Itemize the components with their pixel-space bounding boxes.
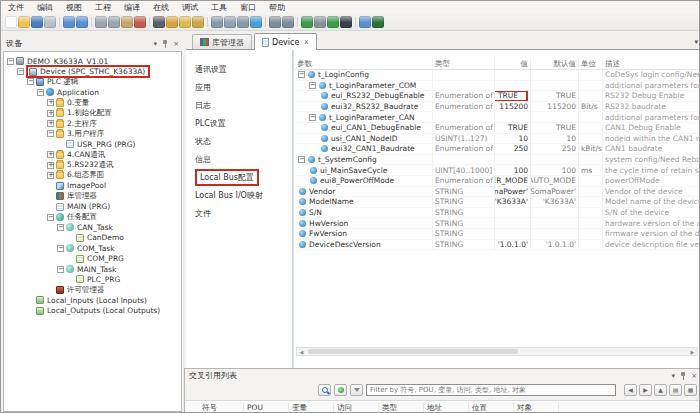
new-file-icon[interactable]	[5, 16, 17, 28]
cross-reference-column[interactable]: 位置	[469, 403, 514, 413]
chevron-down-icon[interactable]: ▾	[672, 372, 676, 380]
expand-icon[interactable]: +	[47, 151, 54, 158]
device-plug-icon[interactable]	[372, 16, 384, 28]
list-view-button[interactable]: ▤	[669, 384, 682, 396]
collapse-icon[interactable]: −	[57, 224, 64, 231]
expand-icon[interactable]: +	[47, 172, 54, 179]
undo-icon[interactable]	[63, 16, 75, 28]
logout-icon[interactable]	[314, 16, 326, 28]
cross-reference-column[interactable]: 类型	[379, 403, 424, 413]
tree-node[interactable]: −任务配置	[4, 212, 181, 222]
tree-node[interactable]: Local_Outputs (Local Outputs)	[4, 305, 181, 315]
table-row[interactable]: HwVersionSTRINGhardware version of the d…	[295, 218, 700, 229]
collapse-button[interactable]: ▲	[654, 384, 667, 396]
menu-item[interactable]: 文件	[8, 2, 24, 13]
tree-node[interactable]: Local_Inputs (Local Inputs)	[4, 295, 181, 305]
tree-node[interactable]: −Device (SPC_STHC_K3633A)	[4, 66, 181, 76]
menu-item[interactable]: 编译	[124, 2, 140, 13]
scrollbar-thumb[interactable]	[308, 349, 518, 354]
column-header[interactable]: 值	[495, 58, 531, 69]
table-row[interactable]: −t_LoginParameter_COMadditional paramete…	[295, 81, 700, 92]
login-icon[interactable]	[301, 16, 313, 28]
tree-node[interactable]: −Application	[4, 87, 181, 97]
chevron-down-icon[interactable]: ▾	[154, 40, 158, 48]
value-cell[interactable]	[495, 81, 531, 91]
device-page-item[interactable]: 日志	[186, 96, 292, 114]
collapse-icon[interactable]: −	[7, 58, 14, 65]
bookmark-icon[interactable]	[192, 16, 204, 28]
value-cell[interactable]	[495, 70, 531, 80]
cross-reference-column[interactable]: 访问	[334, 403, 379, 413]
tree-node[interactable]: −3.用户程序	[4, 129, 181, 139]
prev-button[interactable]: ◀	[624, 384, 637, 396]
expand-icon[interactable]: +	[47, 162, 54, 169]
value-cell[interactable]: 250	[495, 144, 531, 154]
export-icon[interactable]	[282, 16, 294, 28]
column-header[interactable]: 描述	[603, 58, 700, 69]
print-icon[interactable]	[44, 16, 56, 28]
redo-icon[interactable]	[76, 16, 88, 28]
collapse-icon[interactable]: −	[57, 245, 64, 252]
menu-item[interactable]: 编辑	[37, 2, 53, 13]
refresh-icon[interactable]	[250, 16, 262, 28]
close-icon[interactable]: ×	[173, 40, 179, 48]
value-cell[interactable]	[495, 112, 531, 122]
expand-icon[interactable]: +	[47, 120, 54, 127]
tree-node[interactable]: +6.组态界面	[4, 170, 181, 180]
tree-node[interactable]: +2.主程序	[4, 118, 181, 128]
cross-reference-column[interactable]: POU	[244, 403, 289, 413]
next-button[interactable]: ▶	[639, 384, 652, 396]
table-row[interactable]: eui_CAN1_DebugEnableEnumeration of SINTT…	[295, 123, 700, 134]
tree-node[interactable]: USR_PRG (PRG)	[4, 139, 181, 149]
cross-reference-column[interactable]: 对象	[514, 403, 559, 413]
table-row[interactable]: −t_LoginConfigCoDeSys login config/Need …	[295, 70, 700, 81]
value-cell[interactable]: 100	[495, 165, 531, 175]
find-icon[interactable]	[153, 16, 165, 28]
device-page-item[interactable]: 状态	[186, 132, 292, 150]
tab-library-manager[interactable]: 库管理器	[192, 34, 252, 49]
tree-node[interactable]: +0.变量	[4, 98, 181, 108]
table-row[interactable]: S/NSTRINGS/N of the device	[295, 208, 700, 219]
tree-node[interactable]: 许可管理器	[4, 285, 181, 295]
open-project-icon[interactable]	[18, 16, 30, 28]
column-header[interactable]: 默认值	[531, 58, 579, 69]
device-page-item[interactable]: 应用	[186, 78, 292, 96]
stop-icon[interactable]	[340, 16, 352, 28]
find-all-icon[interactable]	[179, 16, 191, 28]
clean-icon[interactable]	[237, 16, 249, 28]
build-icon[interactable]	[211, 16, 223, 28]
table-row[interactable]: eui32_RS232_BaudrateEnumeration of UDINT…	[295, 102, 700, 113]
value-cell[interactable]	[495, 229, 531, 239]
collapse-icon[interactable]: −	[309, 114, 316, 121]
table-row[interactable]: VendorSTRING'SomaPower''SomaPower'Vendor…	[295, 187, 700, 198]
column-header[interactable]: 参数	[295, 58, 433, 69]
value-cell[interactable]: USER_MODE	[495, 176, 531, 186]
search-button[interactable]	[318, 384, 331, 396]
cross-reference-column[interactable]: 符号	[199, 403, 244, 413]
cross-reference-column[interactable]: 变量	[289, 403, 334, 413]
tree-node[interactable]: ImagePool	[4, 181, 181, 191]
tree-node[interactable]: +5.RS232通讯	[4, 160, 181, 170]
scrollbar-track[interactable]	[306, 348, 688, 355]
tree-node[interactable]: +1.初始化配置	[4, 108, 181, 118]
scroll-right-icon[interactable]: ▶	[688, 348, 697, 355]
table-row[interactable]: eui8_PowerOffModeEnumeration of USINTUSE…	[295, 176, 700, 187]
generate-code-icon[interactable]	[224, 16, 236, 28]
value-cell[interactable]: 'K3633A'	[495, 197, 531, 207]
cross-reference-column[interactable]: 地址	[424, 403, 469, 413]
tree-node[interactable]: −CAN_Task	[4, 222, 181, 232]
value-cell[interactable]	[495, 218, 531, 228]
menu-item[interactable]: 窗口	[240, 2, 256, 13]
device-page-item[interactable]: 文件	[186, 204, 292, 222]
value-cell[interactable]	[495, 208, 531, 218]
column-header[interactable]: 类型	[433, 58, 495, 69]
start-icon[interactable]	[327, 16, 339, 28]
step-over-icon[interactable]	[359, 16, 371, 28]
replace-icon[interactable]	[166, 16, 178, 28]
value-cell[interactable]	[495, 155, 531, 165]
refresh-button[interactable]	[334, 384, 347, 396]
device-page-item[interactable]: 信息	[186, 150, 292, 168]
value-cell[interactable]: TRUE	[495, 91, 531, 101]
table-row[interactable]: FwVersionSTRINGfirmware version of the d…	[295, 229, 700, 240]
table-row[interactable]: eui_RS232_DebugEnableEnumeration of SINT…	[295, 91, 700, 102]
